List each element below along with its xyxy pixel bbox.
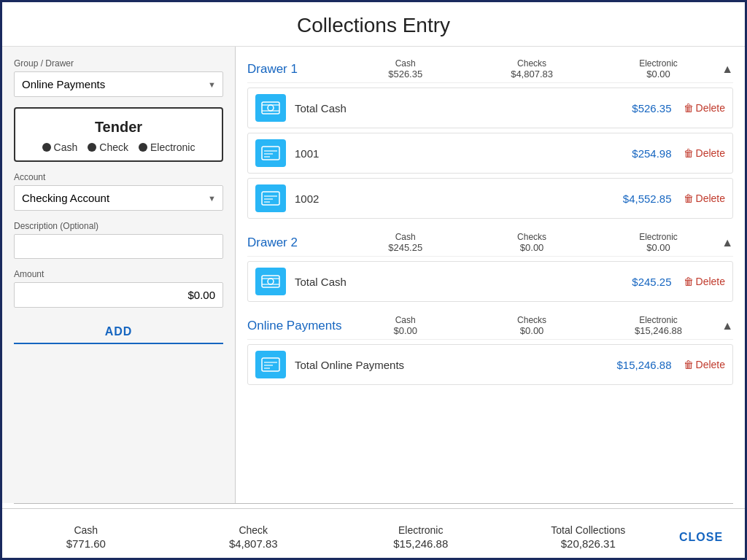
electronic-radio [139, 143, 147, 152]
drawer-2-cash-value: $245.25 [342, 242, 468, 253]
footer-electronic-value: $15,246.88 [344, 537, 498, 550]
drawer-2-checks-col: Checks $0.00 [468, 232, 595, 253]
drawer-1-1002-icon [255, 184, 286, 212]
footer-cash: Cash $771.60 [2, 524, 170, 550]
delete-icon-d2: 🗑 [684, 276, 694, 287]
delete-icon-1002: 🗑 [684, 192, 694, 204]
delete-icon: 🗑 [684, 102, 694, 114]
drawer-1-1001-amount: $254.98 [606, 147, 672, 160]
description-label: Description (Optional) [14, 221, 223, 231]
drawer-2-total-cash-delete[interactable]: 🗑Delete [684, 276, 725, 287]
online-icon [255, 351, 286, 378]
delete-icon-online: 🗑 [684, 359, 694, 370]
drawer-1-name: Drawer 1 [247, 62, 342, 77]
drawer-2-cash-col: Cash $245.25 [342, 232, 468, 253]
cash-label: Cash [54, 141, 78, 153]
svg-rect-0 [262, 102, 279, 114]
modal-body: Group / Drawer Online Payments Drawer 1 … [2, 47, 745, 503]
drawer-2-total-cash-row: Total Cash $245.25 🗑Delete [247, 261, 733, 302]
online-collapse-button[interactable]: ▲ [721, 319, 733, 332]
drawer-2-header: Drawer 2 Cash $245.25 Checks $0.00 Elect… [247, 228, 733, 257]
group-drawer-wrapper: Online Payments Drawer 1 Drawer 2 [14, 71, 223, 97]
description-field: Description (Optional) [14, 221, 223, 259]
drawer-2-total-cash-label: Total Cash [295, 276, 606, 288]
amount-field: Amount [14, 269, 223, 308]
group-drawer-field: Group / Drawer Online Payments Drawer 1 … [14, 58, 223, 97]
footer-electronic-label: Electronic [344, 524, 498, 536]
drawer-1-1001-row: 1001 $254.98 🗑Delete [247, 133, 733, 174]
drawer-1-cash-col: Cash $526.35 [342, 58, 468, 79]
svg-point-13 [268, 279, 274, 284]
svg-rect-12 [262, 276, 279, 287]
cash-radio [42, 143, 51, 152]
close-button[interactable]: CLOSE [679, 531, 723, 544]
check-radio [88, 143, 96, 152]
footer-check-value: $4,807.83 [177, 537, 330, 550]
footer-electronic: Electronic $15,246.88 [337, 524, 505, 550]
tender-cash[interactable]: Cash [42, 141, 78, 153]
drawer-1-total-cash-row: Total Cash $526.35 🗑Delete [247, 88, 733, 128]
tender-check[interactable]: Check [88, 141, 128, 153]
drawer-1-cash-value: $526.35 [342, 69, 468, 79]
online-total-amount: $15,246.88 [606, 359, 672, 371]
drawer-1-1001-delete[interactable]: 🗑Delete [684, 147, 725, 159]
online-cash-value: $0.00 [342, 325, 468, 336]
delete-icon-1001: 🗑 [684, 147, 694, 159]
drawer-1-1002-row: 1002 $4,552.85 🗑Delete [247, 178, 733, 219]
online-total-delete[interactable]: 🗑Delete [684, 359, 725, 370]
drawer-2-name: Drawer 2 [247, 236, 342, 250]
online-checks-value: $0.00 [468, 325, 595, 336]
footer-check: Check $4,807.83 [170, 524, 338, 550]
amount-input[interactable] [14, 282, 223, 308]
drawer-2-cash-icon [255, 268, 286, 295]
description-input[interactable] [14, 234, 223, 259]
drawer-2-electronic-col: Electronic $0.00 [595, 232, 721, 253]
svg-rect-8 [262, 192, 279, 205]
drawer-2-cash-label: Cash [342, 232, 468, 242]
online-electronic-col: Electronic $15,246.88 [595, 315, 721, 336]
drawer-1-1002-delete[interactable]: 🗑Delete [684, 192, 725, 204]
drawer-2-collapse-button[interactable]: ▲ [721, 236, 733, 249]
drawer-2-checks-value: $0.00 [468, 242, 595, 253]
drawer-1-checks-value: $4,807.83 [468, 69, 595, 79]
group-drawer-label: Group / Drawer [14, 58, 223, 69]
svg-rect-16 [262, 358, 279, 371]
group-drawer-select[interactable]: Online Payments Drawer 1 Drawer 2 [14, 71, 223, 97]
online-total-row: Total Online Payments $15,246.88 🗑Delete [247, 344, 733, 385]
drawer-2-stats: Cash $245.25 Checks $0.00 Electronic $0.… [342, 232, 721, 253]
check-label: Check [99, 141, 128, 153]
online-total-label: Total Online Payments [295, 359, 606, 371]
modal-title: Collections Entry [2, 2, 745, 47]
footer-divider [14, 503, 733, 504]
account-label: Account [14, 172, 223, 182]
drawer-1-collapse-button[interactable]: ▲ [721, 63, 733, 76]
svg-rect-4 [262, 147, 279, 160]
svg-point-1 [268, 105, 274, 111]
online-cash-col: Cash $0.00 [342, 315, 468, 336]
online-cash-label: Cash [342, 315, 468, 325]
drawer-2-total-cash-amount: $245.25 [606, 276, 672, 288]
online-checks-label: Checks [468, 315, 595, 325]
account-select[interactable]: Checking Account [14, 185, 223, 211]
drawer-1-electronic-label: Electronic [595, 58, 721, 69]
footer-total-value: $20,826.31 [512, 537, 665, 550]
drawer-1-1002-label: 1002 [295, 192, 606, 205]
drawer-1-1001-icon [255, 139, 286, 167]
drawer-1-header: Drawer 1 Cash $526.35 Checks $4,807.83 E… [247, 54, 733, 83]
online-checks-col: Checks $0.00 [468, 315, 595, 336]
drawer-1-checks-col: Checks $4,807.83 [468, 58, 595, 79]
drawer-2-electronic-label: Electronic [595, 232, 721, 242]
right-panel: Drawer 1 Cash $526.35 Checks $4,807.83 E… [236, 47, 745, 503]
drawer-2-electronic-value: $0.00 [595, 242, 721, 253]
footer-cash-label: Cash [9, 524, 163, 536]
footer-total: Total Collections $20,826.31 [505, 524, 673, 550]
drawer-1-section: Drawer 1 Cash $526.35 Checks $4,807.83 E… [247, 54, 733, 219]
account-field: Account Checking Account [14, 172, 223, 211]
drawer-1-total-cash-delete[interactable]: 🗑Delete [684, 102, 725, 114]
footer-close-area: CLOSE [672, 531, 745, 544]
tender-electronic[interactable]: Electronic [139, 141, 195, 153]
add-button[interactable]: ADD [14, 318, 223, 344]
tender-box: Tender Cash Check Electronic [14, 107, 223, 162]
footer-check-label: Check [177, 524, 330, 536]
modal-container: Collections Entry Group / Drawer Online … [0, 0, 747, 560]
